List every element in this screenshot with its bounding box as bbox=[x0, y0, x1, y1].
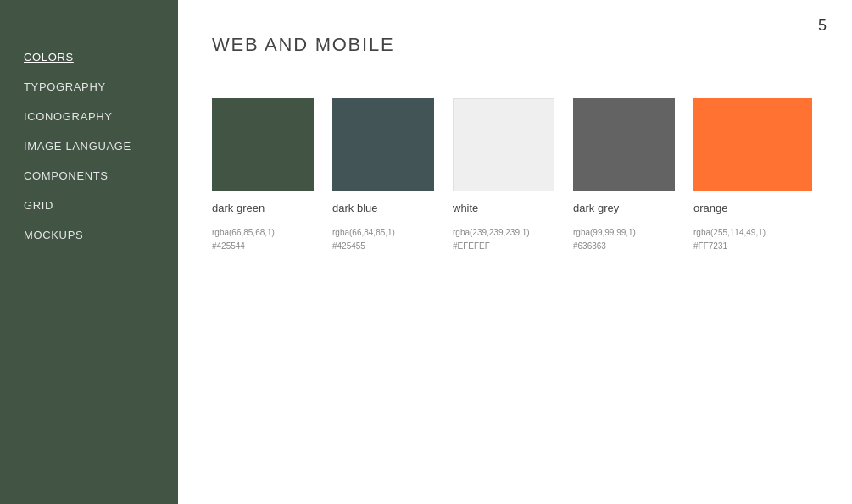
color-codes-dark-grey: rgba(99,99,99,1) #636363 bbox=[573, 226, 675, 253]
color-name-orange: orange bbox=[693, 202, 799, 214]
sidebar-item-colors[interactable]: COLORS bbox=[0, 42, 178, 72]
sidebar-item-components[interactable]: COMPONENTS bbox=[0, 161, 178, 191]
color-swatch-dark-green bbox=[212, 98, 314, 191]
color-codes-dark-blue: rgba(66,84,85,1) #425455 bbox=[332, 226, 434, 253]
color-item-dark-blue: dark blue rgba(66,84,85,1) #425455 bbox=[332, 98, 434, 253]
sidebar: COLORS TYPOGRAPHY ICONOGRAPHY IMAGE LANG… bbox=[0, 0, 178, 504]
sidebar-item-grid[interactable]: GRID bbox=[0, 191, 178, 220]
color-codes-dark-green: rgba(66,85,68,1) #425544 bbox=[212, 226, 314, 253]
color-name-dark-green: dark green bbox=[212, 202, 314, 214]
page-title: WEB AND MOBILE bbox=[212, 34, 818, 56]
color-item-dark-grey: dark grey rgba(99,99,99,1) #636363 bbox=[573, 98, 675, 253]
color-codes-white: rgba(239,239,239,1) #EFEFEF bbox=[453, 226, 554, 253]
color-codes-orange: rgba(255,114,49,1) #FF7231 bbox=[693, 226, 799, 253]
page-number: 5 bbox=[818, 17, 827, 35]
color-swatch-dark-grey bbox=[573, 98, 675, 191]
color-swatch-white bbox=[453, 98, 554, 191]
sidebar-item-typography[interactable]: TYPOGRAPHY bbox=[0, 72, 178, 102]
main-content: 5 WEB AND MOBILE dark green rgba(66,85,6… bbox=[178, 0, 852, 504]
color-item-orange: orange rgba(255,114,49,1) #FF7231 bbox=[693, 98, 799, 253]
sidebar-item-mockups[interactable]: MOCKUPS bbox=[0, 220, 178, 250]
sidebar-item-iconography[interactable]: ICONOGRAPHY bbox=[0, 102, 178, 131]
sidebar-item-image-language[interactable]: IMAGE LANGUAGE bbox=[0, 131, 178, 161]
color-item-white: white rgba(239,239,239,1) #EFEFEF bbox=[453, 98, 554, 253]
color-name-dark-blue: dark blue bbox=[332, 202, 434, 214]
color-name-white: white bbox=[453, 202, 554, 214]
color-item-dark-green: dark green rgba(66,85,68,1) #425544 bbox=[212, 98, 314, 253]
color-swatch-orange bbox=[693, 98, 812, 191]
color-swatch-dark-blue bbox=[332, 98, 434, 191]
colors-grid: dark green rgba(66,85,68,1) #425544 dark… bbox=[212, 98, 818, 253]
color-name-dark-grey: dark grey bbox=[573, 202, 675, 214]
